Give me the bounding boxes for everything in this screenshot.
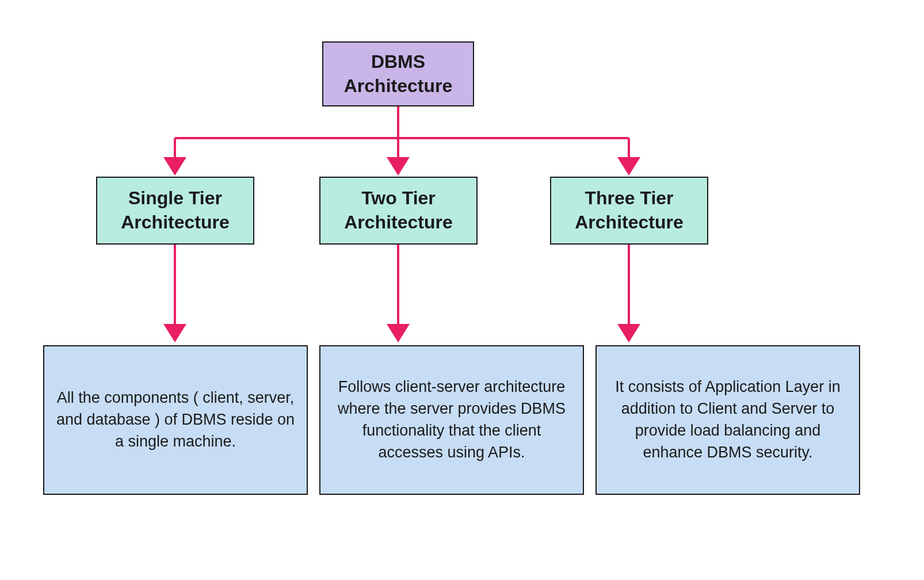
- root-title: DBMS Architecture: [341, 50, 456, 98]
- description-node-three: It consists of Application Layer in addi…: [595, 345, 860, 495]
- dbms-architecture-diagram: DBMS Architecture Single Tier Architectu…: [0, 0, 924, 580]
- description-node-two: Follows client-server architecture where…: [319, 345, 584, 495]
- description-node-single: All the components ( client, server, and…: [43, 345, 308, 495]
- tier-title: Three Tier Architecture: [565, 186, 693, 234]
- tier-node-two: Two Tier Architecture: [319, 177, 478, 245]
- root-node: DBMS Architecture: [322, 41, 474, 106]
- description-text: It consists of Application Layer in addi…: [608, 376, 847, 463]
- tier-title: Single Tier Architecture: [111, 186, 239, 234]
- description-text: All the components ( client, server, and…: [56, 387, 295, 452]
- tier-node-three: Three Tier Architecture: [550, 177, 708, 245]
- description-text: Follows client-server architecture where…: [332, 376, 571, 463]
- tier-node-single: Single Tier Architecture: [96, 177, 254, 245]
- tier-title: Two Tier Architecture: [334, 186, 463, 234]
